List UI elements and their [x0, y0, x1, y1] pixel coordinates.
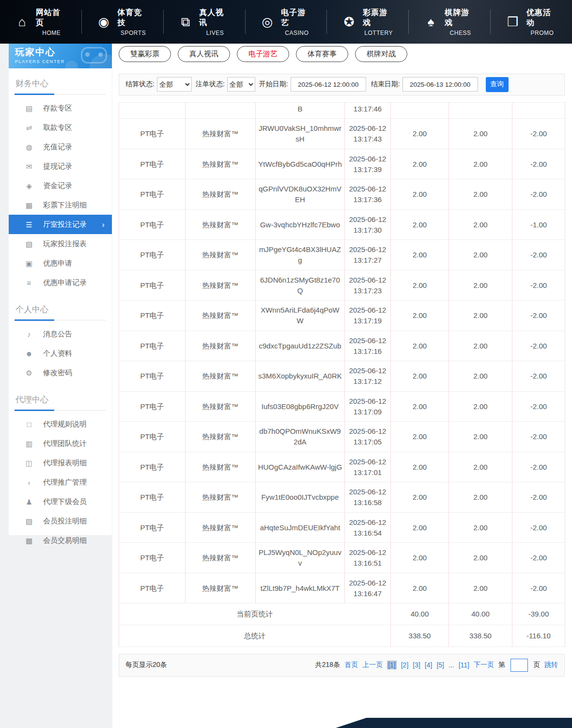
sidebar-item-member-trade-detail[interactable]: ▩会员交易明细 — [9, 531, 112, 550]
winloss-cell: -2.00 — [512, 270, 565, 301]
valid-bet-cell: 338.50 — [449, 625, 512, 647]
sidebar-item-member-bet-detail[interactable]: ▨会员投注明细 — [9, 511, 112, 531]
promo-icon: ❒ — [505, 16, 521, 28]
password-icon: ⚙ — [24, 369, 34, 377]
order-status-label: 注单状态: — [196, 80, 225, 89]
nav-item-chess[interactable]: ♠棋牌游戏CHESS — [409, 10, 491, 34]
cell-line: 13:17:19 — [347, 316, 388, 326]
game-cell — [186, 102, 256, 119]
lottery-icon: ✪ — [341, 16, 357, 28]
sidebar-item-agent-team[interactable]: ▥代理团队统计 — [9, 434, 112, 453]
bet-amount-cell: 2.00 — [391, 240, 449, 270]
bet-amount-cell: 2.00 — [391, 331, 449, 361]
home-icon: ⌂ — [14, 16, 30, 28]
jump-button[interactable]: 跳转 — [544, 661, 558, 669]
platform-cell — [119, 102, 186, 119]
nav-item-sports[interactable]: ◉体育竞技SPORTS — [82, 10, 164, 34]
sidebar-item-lottery-bet-detail[interactable]: ▦彩票下注明细 — [9, 195, 112, 215]
agent-members-icon: ♟ — [24, 498, 34, 506]
page-link-2[interactable]: [2] — [401, 661, 409, 669]
prev-page-link[interactable]: 上一页 — [362, 661, 383, 669]
nav-label-zh: 体育竞技 — [117, 8, 149, 28]
sidebar-item-label: 资金记录 — [43, 181, 72, 190]
page-link-last[interactable]: [11] — [459, 661, 469, 669]
page-link-1[interactable]: [1] — [387, 661, 397, 669]
page-link-5[interactable]: [5] — [436, 661, 444, 669]
sidebar-item-agent-rules[interactable]: □代理规则说明 — [9, 414, 112, 434]
cell-line: 13:16:58 — [347, 497, 388, 508]
tab-电子游艺[interactable]: 电子游艺 — [237, 46, 289, 62]
settle-status-label: 结算状态: — [125, 80, 155, 89]
sidebar-item-label: 厅室投注记录 — [43, 220, 87, 229]
sidebar-item-label: 消息公告 — [43, 330, 72, 339]
platform-cell: PT电子 — [119, 270, 186, 301]
next-page-link[interactable]: 下一页 — [474, 661, 494, 669]
cell-line: 2025-06-12 — [347, 305, 388, 316]
sidebar-item-funds-record[interactable]: ◈资金记录 — [9, 176, 112, 195]
sidebar-item-agent-promo[interactable]: ‹代理推广管理 — [9, 473, 112, 492]
valid-bet-cell: 2.00 — [449, 149, 512, 179]
table-row: PT电子热辣财富™Fyw1tE0oo0IJTvcbxppe2025-06-121… — [119, 482, 565, 513]
nav-item-promo[interactable]: ❒优惠活动PROMO — [491, 10, 572, 34]
sidebar-item-hall-bet-record[interactable]: ☰厅室投注记录› — [9, 215, 112, 234]
settle-status-select[interactable]: 全部 — [157, 77, 192, 92]
sidebar-item-deposit[interactable]: ▤存款专区 — [9, 98, 112, 118]
nav-item-lottery[interactable]: ✪彩票游戏LOTTERY — [327, 10, 409, 34]
total-count: 共218条 — [315, 661, 340, 669]
sidebar-item-player-bet-report[interactable]: ▧玩家投注报表 — [9, 234, 112, 253]
sidebar-item-announcement[interactable]: ♪消息公告 — [9, 324, 112, 344]
nav-label-zh: 网站首页 — [36, 8, 67, 28]
valid-bet-cell: 2.00 — [449, 452, 512, 482]
cell-line: 2025-06-12 — [347, 154, 388, 164]
nav-item-casino[interactable]: ◎电子游艺CASINO — [246, 10, 327, 34]
jump-page-input[interactable] — [510, 659, 528, 672]
tab-棋牌对战[interactable]: 棋牌对战 — [355, 46, 407, 62]
top-navigation: ⌂网站首页HOME◉体育竞技SPORTS⧉真人视讯LIVES◎电子游艺CASIN… — [0, 0, 572, 44]
search-button[interactable]: 查询 — [486, 77, 509, 92]
table-row: PT电子热辣财富™HUOgCAzaIfwKAwW-lgjG2025-06-121… — [119, 452, 565, 482]
end-date-input[interactable] — [402, 77, 478, 92]
order-id-cell: B — [256, 102, 345, 119]
member-bet-detail-icon: ▨ — [24, 518, 34, 525]
sidebar-item-agent-members[interactable]: ♟代理下级会员 — [9, 492, 112, 511]
nav-label-en: LIVES — [206, 30, 224, 36]
nav-item-lives[interactable]: ⧉真人视讯LIVES — [164, 10, 246, 34]
nav-item-text: 电子游艺CASINO — [281, 8, 312, 36]
sidebar: 玩家中心 PLAYERS CENTER 财务中心▤存款专区⇌取款专区◍充值记录✉… — [9, 44, 112, 535]
bet-amount-cell — [391, 102, 449, 119]
bet-amount-cell: 2.00 — [391, 270, 449, 301]
valid-bet-cell: 2.00 — [449, 422, 512, 452]
sidebar-item-profile[interactable]: ☻个人资料 — [9, 344, 112, 363]
game-cell: 热辣财富™ — [186, 149, 256, 179]
sidebar-item-password[interactable]: ⚙修改密码 — [9, 363, 112, 382]
sidebar-section-title: 个人中心 — [15, 303, 106, 320]
game-cell: 热辣财富™ — [186, 452, 256, 482]
sidebar-item-withdrawal-record[interactable]: ✉提现记录 — [9, 157, 112, 176]
first-page-link[interactable]: 首页 — [344, 661, 358, 669]
page-link-3[interactable]: [3] — [413, 661, 420, 669]
platform-cell: PT电子 — [119, 361, 186, 392]
winloss-cell: -2.00 — [512, 119, 565, 149]
valid-bet-cell: 2.00 — [449, 331, 512, 361]
pagination-ellipsis: ... — [448, 661, 454, 669]
sidebar-item-recharge-record[interactable]: ◍充值记录 — [9, 137, 112, 157]
sidebar-item-promo-apply[interactable]: ▣优惠申请 — [9, 253, 112, 273]
sidebar-item-withdraw[interactable]: ⇌取款专区 — [9, 118, 112, 137]
order-status-select[interactable]: 全部 — [227, 77, 255, 92]
sidebar-item-agent-report[interactable]: ◫代理报表明细 — [9, 453, 112, 473]
valid-bet-cell: 2.00 — [449, 209, 512, 240]
datetime-cell: 2025-06-1213:17:05 — [345, 422, 391, 452]
sidebar-item-promo-apply-record[interactable]: ≡优惠申请记录 — [9, 273, 112, 292]
table-row: PT电子热辣财富™PLJ5WyqN0L_NOp2yuuvv2025-06-121… — [119, 543, 565, 573]
tab-体育赛事[interactable]: 体育赛事 — [296, 46, 348, 62]
tab-真人视讯[interactable]: 真人视讯 — [178, 46, 230, 62]
tab-雙赢彩票[interactable]: 雙赢彩票 — [119, 46, 171, 62]
nav-item-home[interactable]: ⌂网站首页HOME — [0, 10, 82, 34]
nav-label-zh: 优惠活动 — [526, 8, 558, 28]
cell-line: 2025-06-12 — [347, 365, 388, 376]
page-link-4[interactable]: [4] — [425, 661, 433, 669]
start-date-input[interactable] — [291, 77, 366, 92]
page-stats-label: 当前页统计 — [119, 603, 391, 625]
withdrawal-record-icon: ✉ — [24, 163, 34, 170]
winloss-cell: -2.00 — [512, 179, 565, 210]
